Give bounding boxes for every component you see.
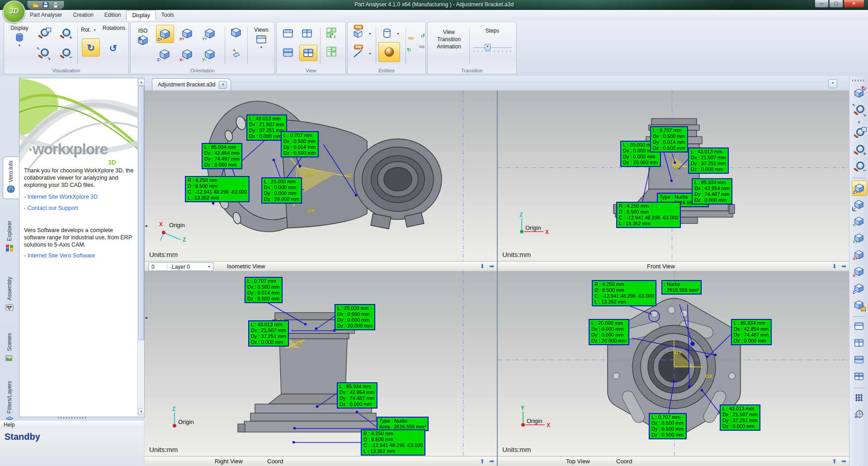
view-next-icon[interactable]: ➡ <box>489 262 494 270</box>
panel-collapse-icon[interactable]: ◄ <box>144 316 148 320</box>
view-up-icon[interactable]: ⬆ <box>480 457 485 465</box>
viewport-top[interactable]: Units:mm R : 4.250 mmD : 8.500 mmC : -12… <box>498 271 849 456</box>
save-icon[interactable] <box>42 1 49 9</box>
sidebar-tab-explorer[interactable]: Explorer <box>2 217 17 258</box>
layout-single-button[interactable] <box>280 26 296 41</box>
open-icon[interactable] <box>32 1 39 9</box>
view-next-icon[interactable]: ➡ <box>841 262 846 270</box>
measure-label[interactable]: L : 43.013 mmDx : 21.507 mmDy : 37.251 m… <box>688 147 729 174</box>
measure-label[interactable]: R : 4.250 mmD : 8.500 mmC : -12.941 48.2… <box>616 202 681 228</box>
align-view-button[interactable] <box>228 46 244 61</box>
orient-z-minus-button[interactable]: Z- <box>156 46 173 63</box>
orient-z-plus-button[interactable]: Z+ <box>852 181 867 196</box>
chevron-down-icon[interactable]: ▼ <box>396 32 400 35</box>
scroll-down-icon[interactable]: ▼ <box>138 408 145 415</box>
select-curve-button[interactable]: Obj <box>350 46 366 61</box>
view-next-icon[interactable]: ➡ <box>489 457 494 465</box>
close-icon[interactable]: ✕ <box>219 81 227 89</box>
orient-y-plus-button[interactable]: Y+ <box>852 231 866 245</box>
orient-x-minus-button[interactable]: X- <box>179 46 196 63</box>
view-transition-animation-button[interactable]: View Transition Animation <box>431 29 467 50</box>
view-down-icon[interactable]: ⬇ <box>480 262 485 270</box>
measure-label[interactable]: : Nurbs: 2616.555 mm² <box>661 280 702 295</box>
zoom-in-button[interactable]: + <box>57 26 73 41</box>
layout-four-button[interactable] <box>852 369 866 384</box>
layout-four-button[interactable] <box>299 45 317 61</box>
sidebar-tab-vero-info[interactable]: Vero Info <box>3 157 19 199</box>
zoom-extents-button[interactable]: ↖↘ <box>36 46 51 61</box>
app-logo-button[interactable]: 3D <box>3 0 25 23</box>
steps-slider-thumb[interactable]: ▾ <box>485 44 491 51</box>
viewport-isometric[interactable]: Units:mm L : 43.013 mmDx : 21.507 mmDy :… <box>145 90 497 261</box>
splitter-handle[interactable] <box>58 417 86 418</box>
orient-y-plus-button[interactable]: Y+ <box>201 25 218 42</box>
measure-label[interactable]: L : 85.934 mmDx : 42.854 mmDy : 74.487 m… <box>337 382 377 409</box>
close-icon[interactable]: ✕ <box>844 0 864 8</box>
view-up-icon[interactable]: ⬆ <box>832 457 837 465</box>
measure-label[interactable]: L : 85.934 mmDx : 42.854 mmDy : 74.487 m… <box>731 319 772 345</box>
orient-x-minus-button[interactable]: X- <box>852 264 866 279</box>
zoom-window-button[interactable] <box>36 26 51 41</box>
view-down-icon[interactable]: ⬇ <box>832 262 837 270</box>
layout-two-cols-button[interactable] <box>299 26 315 41</box>
measure-label[interactable]: L : 85.934 mmDx : 42.854 mmDy : 74.487 m… <box>692 178 732 204</box>
sync-views-button[interactable] <box>324 44 339 59</box>
minimize-icon[interactable]: — <box>815 0 829 8</box>
measure-label[interactable]: L : 85.934 mmDx : 42.854 mmDy : 74.487 m… <box>202 143 242 169</box>
coord-label[interactable]: Coord <box>616 458 632 465</box>
viewport-front[interactable]: Units:mm L : 20.000 mmDx : 0.000 mmDy : … <box>498 90 849 261</box>
orient-z-plus-button[interactable]: Z+ <box>156 25 174 43</box>
measure-label[interactable]: L : 43.013 mmDx : 21.507 mmDy : 37.251 m… <box>248 320 289 347</box>
orient-y-minus-button[interactable]: Y- <box>852 214 866 228</box>
measure-label[interactable]: L : 20.000 mmDx : 0.000 mmDy : 0.000 mmD… <box>589 319 629 345</box>
zoom-window-button[interactable] <box>852 126 866 140</box>
view-next-icon[interactable]: ➡ <box>841 457 846 465</box>
viewport-right[interactable]: Units:mm L : 0.707 mmDx : 0.500 mmDy : 0… <box>145 271 497 456</box>
chevron-down-icon[interactable]: ▼ <box>368 52 372 55</box>
measure-label[interactable]: L : 0.707 mmDx : 0.500 mmDy : 0.014 mmDz… <box>281 131 319 157</box>
title-bar[interactable]: Part Analyser 4.1.0 x64 (Manufacturing )… <box>0 0 868 10</box>
measure-label[interactable]: L : 0.707 mmDx : 0.500 mmDy : 0.014 mmDz… <box>245 277 283 303</box>
steps-slider-track[interactable] <box>473 48 512 48</box>
menu-tab-display[interactable]: Display <box>126 10 156 20</box>
panel-scrollbar[interactable]: ▲ ▼ <box>137 79 144 415</box>
measure-label[interactable]: R : 4.250 mmD : 8.500 mmC : -12.941 48.2… <box>185 176 250 202</box>
measure-label[interactable]: L : 43.013 mmDx : 21.507 mmDy : 37.251 m… <box>720 404 760 431</box>
measure-label[interactable]: R : 4.250 mmD : 8.500 mmC : -12.941 48.2… <box>592 280 656 306</box>
rotations-button[interactable]: ↺ <box>105 40 121 56</box>
layer-dropdown[interactable]: 0 Layer 0 ▼ <box>148 262 213 271</box>
menu-tab-tools[interactable]: Tools <box>156 10 179 20</box>
collapse-panel-button[interactable]: ▾ <box>828 79 837 88</box>
sidebar-tab-assembly[interactable]: Assembly <box>2 273 17 317</box>
maximize-icon[interactable]: ▢ <box>829 0 843 8</box>
link-contact-support[interactable]: - Contact our Support <box>24 205 135 211</box>
orient-x-plus-button[interactable]: X+ <box>179 25 196 42</box>
measure-label[interactable]: L : 0.707 mmDx : 0.500 mmDy : 0.014 mmDz… <box>650 126 688 152</box>
chevron-down-icon[interactable]: ▼ <box>368 32 372 35</box>
measure-label[interactable]: L : 0.707 mmDx : 0.500 mmDy : 0.500 mmDz… <box>649 413 687 439</box>
layout-two-cols-button[interactable] <box>852 336 866 350</box>
scrollbar-thumb[interactable] <box>138 86 144 340</box>
menu-tab-part-analyser[interactable]: Part Analyser <box>24 10 67 20</box>
display-button[interactable]: Display ▼ <box>7 25 32 47</box>
menu-tab-creation[interactable]: Creation <box>67 10 99 20</box>
datum-button[interactable]: D <box>852 407 866 422</box>
scroll-up-icon[interactable]: ▲ <box>138 79 145 86</box>
grid-button[interactable] <box>852 390 866 405</box>
menu-tab-edition[interactable]: Edition <box>99 10 127 20</box>
zoom-out-button[interactable]: − <box>852 159 866 174</box>
orient-z-minus-button[interactable]: Z- <box>852 281 866 295</box>
layout-single-button[interactable] <box>852 319 866 333</box>
rotate-view-button[interactable]: ↻ <box>852 86 866 100</box>
select-solid-button[interactable]: Obj <box>350 26 366 41</box>
layout-two-rows-button[interactable] <box>280 45 296 60</box>
show-entity-button[interactable] <box>228 25 244 40</box>
zoom-in-button[interactable]: + <box>852 143 866 157</box>
print-icon[interactable] <box>52 1 59 9</box>
compare-views-button[interactable] <box>324 25 339 40</box>
link-internet-vero[interactable]: - Internet Site Vero Software <box>24 252 135 259</box>
cylinder-entity-button[interactable] <box>379 26 395 41</box>
zoom-out-button[interactable]: − <box>57 46 73 61</box>
dropdown-caret-button[interactable]: ▼ <box>852 119 866 125</box>
views-button[interactable]: Views ▼ <box>250 27 273 49</box>
